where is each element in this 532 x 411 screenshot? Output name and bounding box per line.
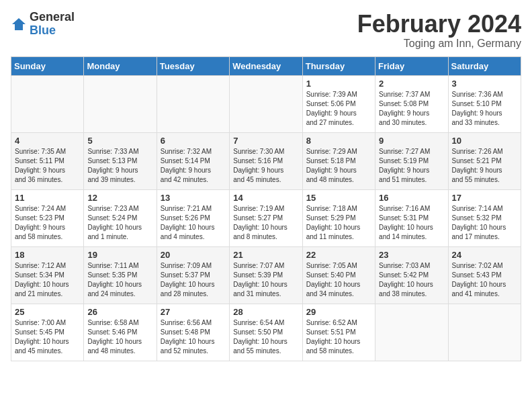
calendar-day-cell: 17Sunrise: 7:14 AMSunset: 5:32 PMDayligh…: [448, 189, 521, 246]
day-info: Sunrise: 7:29 AMSunset: 5:18 PMDaylight:…: [306, 147, 371, 185]
calendar-day-cell: [157, 75, 229, 132]
day-number: 23: [379, 250, 444, 260]
calendar-day-cell: 21Sunrise: 7:07 AMSunset: 5:39 PMDayligh…: [230, 246, 302, 304]
weekday-header: Sunday: [11, 56, 84, 75]
weekday-header: Wednesday: [230, 56, 302, 75]
day-info: Sunrise: 6:56 AMSunset: 5:48 PMDaylight:…: [161, 318, 226, 356]
day-number: 8: [306, 136, 371, 146]
weekday-header: Thursday: [302, 56, 375, 75]
calendar-title: February 2024: [357, 11, 521, 38]
day-number: 7: [233, 136, 298, 146]
calendar-day-cell: [230, 75, 302, 132]
svg-marker-0: [12, 18, 26, 30]
calendar-day-cell: 10Sunrise: 7:26 AMSunset: 5:21 PMDayligh…: [448, 132, 521, 189]
day-info: Sunrise: 7:35 AMSunset: 5:11 PMDaylight:…: [15, 147, 80, 185]
day-info: Sunrise: 7:37 AMSunset: 5:08 PMDaylight:…: [379, 90, 444, 128]
calendar-day-cell: 9Sunrise: 7:27 AMSunset: 5:19 PMDaylight…: [375, 132, 448, 189]
day-number: 28: [233, 307, 298, 317]
day-number: 22: [306, 250, 371, 260]
weekday-header: Monday: [84, 56, 157, 75]
calendar-day-cell: 28Sunrise: 6:54 AMSunset: 5:50 PMDayligh…: [230, 304, 302, 361]
day-number: 16: [379, 193, 444, 203]
day-number: 18: [15, 250, 80, 260]
weekday-header: Tuesday: [157, 56, 229, 75]
day-info: Sunrise: 6:54 AMSunset: 5:50 PMDaylight:…: [233, 318, 298, 356]
calendar-day-cell: 7Sunrise: 7:30 AMSunset: 5:16 PMDaylight…: [230, 132, 302, 189]
calendar-day-cell: 26Sunrise: 6:58 AMSunset: 5:46 PMDayligh…: [84, 304, 157, 361]
day-info: Sunrise: 7:36 AMSunset: 5:10 PMDaylight:…: [452, 90, 517, 128]
day-number: 9: [379, 136, 444, 146]
day-number: 15: [306, 193, 371, 203]
day-number: 17: [452, 193, 517, 203]
calendar-subtitle: Toging am Inn, Germany: [357, 38, 521, 50]
logo-icon: [11, 16, 27, 32]
calendar-day-cell: 2Sunrise: 7:37 AMSunset: 5:08 PMDaylight…: [375, 75, 448, 132]
calendar-day-cell: [448, 304, 521, 361]
calendar-day-cell: 4Sunrise: 7:35 AMSunset: 5:11 PMDaylight…: [11, 132, 84, 189]
day-info: Sunrise: 6:58 AMSunset: 5:46 PMDaylight:…: [87, 318, 152, 356]
day-number: 19: [87, 250, 152, 260]
calendar-day-cell: 14Sunrise: 7:19 AMSunset: 5:27 PMDayligh…: [230, 189, 302, 246]
calendar-day-cell: 29Sunrise: 6:52 AMSunset: 5:51 PMDayligh…: [302, 304, 375, 361]
day-info: Sunrise: 7:11 AMSunset: 5:35 PMDaylight:…: [87, 261, 152, 299]
calendar-day-cell: 22Sunrise: 7:05 AMSunset: 5:40 PMDayligh…: [302, 246, 375, 304]
weekday-header: Friday: [375, 56, 448, 75]
day-info: Sunrise: 7:30 AMSunset: 5:16 PMDaylight:…: [233, 147, 298, 185]
calendar-day-cell: 25Sunrise: 7:00 AMSunset: 5:45 PMDayligh…: [11, 304, 84, 361]
page-header: General Blue February 2024 Toging am Inn…: [11, 11, 521, 50]
calendar-header-row: SundayMondayTuesdayWednesdayThursdayFrid…: [11, 56, 521, 75]
day-info: Sunrise: 7:24 AMSunset: 5:23 PMDaylight:…: [15, 204, 80, 242]
day-number: 21: [233, 250, 298, 260]
calendar-day-cell: 18Sunrise: 7:12 AMSunset: 5:34 PMDayligh…: [11, 246, 84, 304]
calendar-day-cell: 19Sunrise: 7:11 AMSunset: 5:35 PMDayligh…: [84, 246, 157, 304]
day-number: 11: [15, 193, 80, 203]
day-number: 4: [15, 136, 80, 146]
calendar-day-cell: 20Sunrise: 7:09 AMSunset: 5:37 PMDayligh…: [157, 246, 229, 304]
calendar-day-cell: 15Sunrise: 7:18 AMSunset: 5:29 PMDayligh…: [302, 189, 375, 246]
calendar-day-cell: [84, 75, 157, 132]
calendar-week-row: 11Sunrise: 7:24 AMSunset: 5:23 PMDayligh…: [11, 189, 521, 246]
calendar-day-cell: 16Sunrise: 7:16 AMSunset: 5:31 PMDayligh…: [375, 189, 448, 246]
day-number: 10: [452, 136, 517, 146]
logo: General Blue: [11, 11, 75, 38]
calendar-day-cell: 8Sunrise: 7:29 AMSunset: 5:18 PMDaylight…: [302, 132, 375, 189]
day-info: Sunrise: 7:32 AMSunset: 5:14 PMDaylight:…: [161, 147, 226, 185]
day-number: 1: [306, 79, 371, 89]
day-info: Sunrise: 7:14 AMSunset: 5:32 PMDaylight:…: [452, 204, 517, 242]
day-info: Sunrise: 7:09 AMSunset: 5:37 PMDaylight:…: [161, 261, 226, 299]
calendar-day-cell: 24Sunrise: 7:02 AMSunset: 5:43 PMDayligh…: [448, 246, 521, 304]
calendar-day-cell: [11, 75, 84, 132]
day-number: 2: [379, 79, 444, 89]
weekday-header: Saturday: [448, 56, 521, 75]
calendar-day-cell: 1Sunrise: 7:39 AMSunset: 5:06 PMDaylight…: [302, 75, 375, 132]
logo-blue-text: Blue: [30, 24, 56, 37]
day-number: 6: [161, 136, 226, 146]
calendar-day-cell: 27Sunrise: 6:56 AMSunset: 5:48 PMDayligh…: [157, 304, 229, 361]
day-number: 25: [15, 307, 80, 317]
calendar-day-cell: 12Sunrise: 7:23 AMSunset: 5:24 PMDayligh…: [84, 189, 157, 246]
day-number: 20: [161, 250, 226, 260]
day-info: Sunrise: 7:05 AMSunset: 5:40 PMDaylight:…: [306, 261, 371, 299]
calendar-day-cell: 23Sunrise: 7:03 AMSunset: 5:42 PMDayligh…: [375, 246, 448, 304]
day-info: Sunrise: 7:00 AMSunset: 5:45 PMDaylight:…: [15, 318, 80, 356]
day-number: 13: [161, 193, 226, 203]
day-number: 3: [452, 79, 517, 89]
calendar-week-row: 25Sunrise: 7:00 AMSunset: 5:45 PMDayligh…: [11, 304, 521, 361]
day-info: Sunrise: 7:02 AMSunset: 5:43 PMDaylight:…: [452, 261, 517, 299]
day-number: 24: [452, 250, 517, 260]
calendar-day-cell: 5Sunrise: 7:33 AMSunset: 5:13 PMDaylight…: [84, 132, 157, 189]
day-info: Sunrise: 7:23 AMSunset: 5:24 PMDaylight:…: [87, 204, 152, 242]
calendar-day-cell: 3Sunrise: 7:36 AMSunset: 5:10 PMDaylight…: [448, 75, 521, 132]
day-info: Sunrise: 7:18 AMSunset: 5:29 PMDaylight:…: [306, 204, 371, 242]
day-info: Sunrise: 7:39 AMSunset: 5:06 PMDaylight:…: [306, 90, 371, 128]
day-info: Sunrise: 7:03 AMSunset: 5:42 PMDaylight:…: [379, 261, 444, 299]
day-info: Sunrise: 7:12 AMSunset: 5:34 PMDaylight:…: [15, 261, 80, 299]
calendar-table: SundayMondayTuesdayWednesdayThursdayFrid…: [11, 56, 521, 361]
day-number: 5: [87, 136, 152, 146]
day-number: 29: [306, 307, 371, 317]
day-info: Sunrise: 7:26 AMSunset: 5:21 PMDaylight:…: [452, 147, 517, 185]
calendar-week-row: 18Sunrise: 7:12 AMSunset: 5:34 PMDayligh…: [11, 246, 521, 304]
title-block: February 2024 Toging am Inn, Germany: [357, 11, 521, 50]
day-number: 14: [233, 193, 298, 203]
day-info: Sunrise: 7:19 AMSunset: 5:27 PMDaylight:…: [233, 204, 298, 242]
